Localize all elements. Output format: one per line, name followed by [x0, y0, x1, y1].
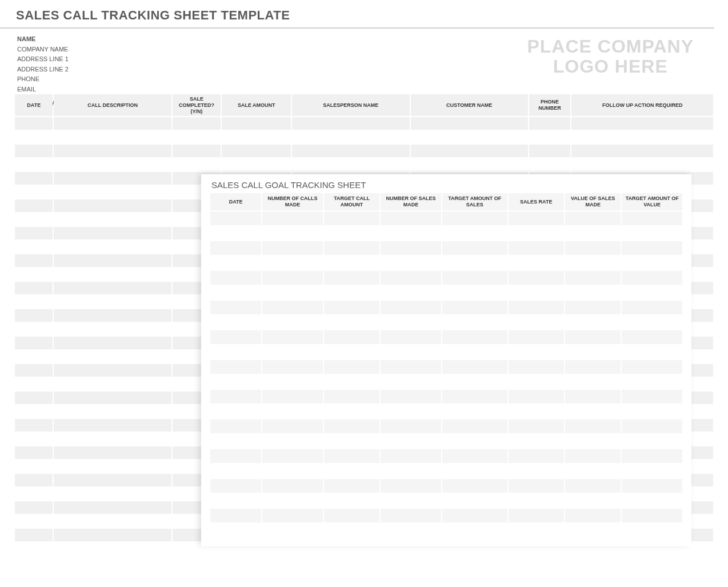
table-row[interactable] [210, 211, 682, 225]
table-cell[interactable] [173, 117, 221, 130]
table-cell[interactable] [292, 145, 409, 157]
table-cell[interactable] [324, 524, 379, 537]
table-row[interactable] [210, 226, 682, 240]
table-cell[interactable] [442, 301, 507, 314]
table-cell[interactable] [565, 405, 621, 418]
table-cell[interactable] [54, 296, 171, 308]
table-row[interactable] [210, 509, 682, 522]
table-cell[interactable] [15, 488, 53, 500]
table-cell[interactable] [15, 309, 53, 322]
table-cell[interactable] [565, 211, 621, 225]
table-cell[interactable] [442, 271, 507, 285]
table-cell[interactable] [210, 449, 261, 463]
table-row[interactable] [15, 145, 713, 157]
table-cell[interactable] [15, 392, 53, 404]
table-cell[interactable] [15, 117, 53, 130]
table-cell[interactable] [54, 419, 171, 432]
table-cell[interactable] [173, 131, 221, 143]
table-cell[interactable] [622, 211, 682, 225]
table-cell[interactable] [324, 420, 379, 433]
table-cell[interactable] [324, 330, 379, 344]
table-cell[interactable] [442, 330, 507, 344]
table-cell[interactable] [411, 158, 528, 171]
table-cell[interactable] [210, 494, 261, 508]
table-cell[interactable] [324, 449, 379, 463]
table-cell[interactable] [509, 226, 564, 240]
table-row[interactable] [210, 420, 682, 433]
table-cell[interactable] [15, 529, 53, 541]
table-cell[interactable] [565, 360, 621, 374]
table-cell[interactable] [54, 158, 171, 171]
table-cell[interactable] [381, 360, 441, 374]
table-cell[interactable] [571, 158, 713, 171]
table-cell[interactable] [54, 446, 171, 459]
table-cell[interactable] [622, 405, 682, 418]
table-cell[interactable] [442, 405, 507, 418]
table-cell[interactable] [442, 390, 507, 404]
table-cell[interactable] [210, 256, 261, 270]
table-row[interactable] [210, 301, 682, 314]
table-cell[interactable] [54, 309, 171, 322]
table-cell[interactable] [565, 226, 621, 240]
table-cell[interactable] [324, 509, 379, 522]
table-cell[interactable] [262, 420, 323, 433]
table-cell[interactable] [262, 449, 323, 463]
table-cell[interactable] [15, 213, 53, 226]
table-cell[interactable] [222, 158, 291, 171]
table-cell[interactable] [411, 131, 528, 143]
table-cell[interactable] [622, 286, 682, 300]
table-cell[interactable] [565, 434, 621, 448]
table-cell[interactable] [292, 117, 409, 130]
table-row[interactable] [210, 434, 682, 448]
table-cell[interactable] [15, 268, 53, 281]
table-cell[interactable] [15, 296, 53, 308]
table-cell[interactable] [622, 464, 682, 478]
table-cell[interactable] [442, 449, 507, 463]
table-cell[interactable] [622, 449, 682, 463]
table-cell[interactable] [509, 420, 564, 433]
table-row[interactable] [210, 316, 682, 329]
table-cell[interactable] [324, 226, 379, 240]
table-cell[interactable] [15, 323, 53, 336]
table-cell[interactable] [54, 323, 171, 336]
table-cell[interactable] [262, 360, 323, 374]
table-cell[interactable] [324, 316, 379, 329]
table-cell[interactable] [622, 479, 682, 493]
table-cell[interactable] [622, 524, 682, 537]
table-cell[interactable] [381, 375, 441, 389]
table-cell[interactable] [324, 211, 379, 225]
table-cell[interactable] [442, 256, 507, 270]
table-row[interactable] [210, 375, 682, 389]
table-cell[interactable] [54, 460, 171, 473]
table-cell[interactable] [54, 131, 171, 143]
table-cell[interactable] [442, 509, 507, 522]
table-cell[interactable] [324, 241, 379, 255]
table-cell[interactable] [381, 494, 441, 508]
table-cell[interactable] [324, 360, 379, 374]
table-cell[interactable] [15, 241, 53, 253]
table-row[interactable] [210, 405, 682, 418]
table-cell[interactable] [15, 460, 53, 473]
table-cell[interactable] [565, 330, 621, 344]
table-row[interactable] [210, 360, 682, 374]
table-cell[interactable] [565, 494, 621, 508]
table-cell[interactable] [15, 254, 53, 267]
table-cell[interactable] [381, 241, 441, 255]
table-cell[interactable] [381, 464, 441, 478]
table-cell[interactable] [381, 271, 441, 285]
table-cell[interactable] [509, 434, 564, 448]
table-cell[interactable] [222, 131, 291, 143]
table-cell[interactable] [54, 117, 171, 130]
table-cell[interactable] [622, 301, 682, 314]
table-cell[interactable] [565, 420, 621, 433]
table-cell[interactable] [54, 227, 171, 239]
table-cell[interactable] [15, 446, 53, 459]
table-cell[interactable] [381, 211, 441, 225]
table-cell[interactable] [509, 271, 564, 285]
table-cell[interactable] [381, 405, 441, 418]
table-cell[interactable] [54, 199, 171, 212]
table-cell[interactable] [381, 434, 441, 448]
table-cell[interactable] [292, 158, 409, 171]
table-cell[interactable] [381, 286, 441, 300]
table-cell[interactable] [509, 464, 564, 478]
